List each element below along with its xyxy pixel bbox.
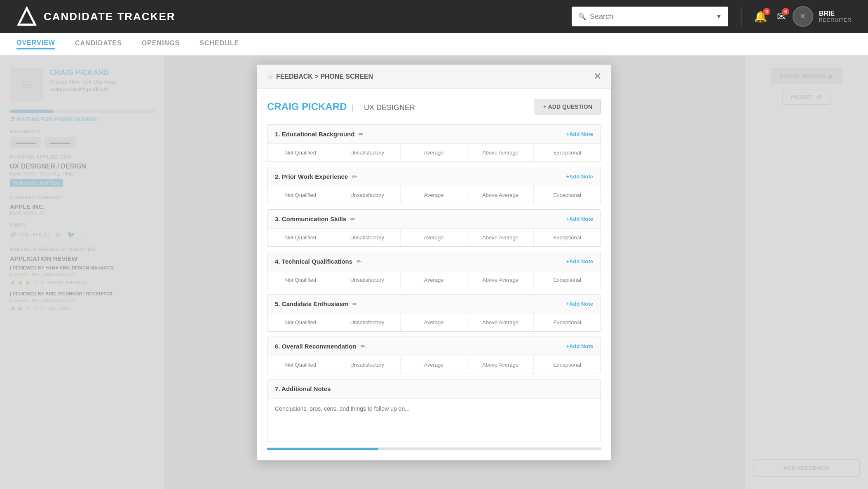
- modal-tab-1[interactable]: [267, 448, 378, 450]
- modal-tab-3[interactable]: [490, 448, 601, 450]
- notes-textarea[interactable]: [267, 399, 601, 440]
- feedback-modal: ☆ FEEDBACK > PHONE SCREEN ✕ CRAIG PICKAR…: [257, 64, 611, 461]
- rating-unsatisfactory-5[interactable]: Unsatisfactory: [334, 314, 401, 331]
- rating-unsatisfactory-3[interactable]: Unsatisfactory: [334, 229, 401, 246]
- rating-average-4[interactable]: Average: [401, 271, 467, 289]
- add-note-5[interactable]: +Add Note: [566, 301, 593, 307]
- question-title-3: 3. Communication Skills ✏: [275, 215, 355, 222]
- header-icons: 🔔 3 ✉ 6: [754, 10, 786, 23]
- notifications-button[interactable]: 🔔 3: [754, 10, 767, 23]
- logo-area: CANDIDATE TRACKER: [16, 6, 176, 27]
- rating-above-average-5[interactable]: Above Average: [467, 314, 534, 331]
- modal-candidate-info: CRAIG PICKARD | UX DESIGNER: [267, 101, 415, 112]
- rating-row-2: Not Qualified Unsatisfactory Average Abo…: [267, 186, 601, 204]
- question-header-3: 3. Communication Skills ✏ +Add Note: [267, 210, 601, 229]
- main-content: ✉ CRAIG PICKARD Greater New York City Ar…: [0, 56, 868, 489]
- edit-icon-6[interactable]: ✏: [361, 343, 366, 350]
- rating-average-3[interactable]: Average: [401, 229, 467, 246]
- question-label-1: 1. Educational Background: [275, 131, 354, 138]
- rating-exceptional-5[interactable]: Exceptional: [534, 314, 601, 331]
- rating-unsatisfactory-6[interactable]: Unsatisfactory: [334, 356, 401, 374]
- modal-candidate-title: UX DESIGNER: [364, 103, 415, 112]
- search-icon: 🔍: [578, 13, 586, 21]
- messages-button[interactable]: ✉ 6: [777, 10, 786, 23]
- user-area[interactable]: ✕ BRIE RECRUITER: [793, 6, 852, 27]
- rating-above-average-2[interactable]: Above Average: [467, 186, 534, 204]
- rating-exceptional-3[interactable]: Exceptional: [534, 229, 601, 246]
- add-note-2[interactable]: +Add Note: [566, 173, 593, 180]
- rating-row-1: Not Qualified Unsatisfactory Average Abo…: [267, 144, 601, 161]
- rating-average-2[interactable]: Average: [401, 186, 467, 204]
- nav-item-schedule[interactable]: SCHEDULE: [199, 40, 239, 49]
- edit-icon-2[interactable]: ✏: [352, 173, 357, 180]
- user-info: BRIE RECRUITER: [819, 10, 852, 23]
- edit-icon-1[interactable]: ✏: [359, 131, 364, 138]
- rating-not-qualified-3[interactable]: Not Qualified: [267, 229, 334, 246]
- rating-average-5[interactable]: Average: [401, 314, 467, 331]
- rating-above-average-1[interactable]: Above Average: [467, 144, 534, 161]
- modal-candidate-row: CRAIG PICKARD | UX DESIGNER + ADD QUESTI…: [267, 99, 601, 115]
- nav-item-candidates[interactable]: CANDIDATES: [75, 40, 122, 49]
- search-box[interactable]: 🔍 ▼: [572, 7, 728, 26]
- additional-notes-section: 7. Additional Notes: [267, 379, 601, 442]
- close-icon[interactable]: ✕: [594, 71, 601, 82]
- question-header-6: 6. Overall Recommendation ✏ +Add Note: [267, 337, 601, 356]
- star-icon: ☆: [267, 73, 273, 81]
- edit-icon-3[interactable]: ✏: [350, 216, 355, 222]
- rating-not-qualified-6[interactable]: Not Qualified: [267, 356, 334, 374]
- header: CANDIDATE TRACKER 🔍 ▼ 🔔 3 ✉ 6 ✕ BRIE REC…: [0, 0, 868, 33]
- rating-above-average-6[interactable]: Above Average: [467, 356, 534, 374]
- rating-unsatisfactory-2[interactable]: Unsatisfactory: [334, 186, 401, 204]
- add-note-6[interactable]: +Add Note: [566, 343, 593, 349]
- question-header-4: 4. Technical Qualifications ✏ +Add Note: [267, 252, 601, 271]
- question-section-6: 6. Overall Recommendation ✏ +Add Note No…: [267, 337, 601, 374]
- rating-not-qualified-2[interactable]: Not Qualified: [267, 186, 334, 204]
- add-note-1[interactable]: +Add Note: [566, 131, 593, 137]
- header-divider: [741, 7, 741, 26]
- edit-icon-4[interactable]: ✏: [357, 258, 361, 265]
- question-title-4: 4. Technical Qualifications ✏: [275, 258, 361, 265]
- rating-average-6[interactable]: Average: [401, 356, 467, 374]
- rating-exceptional-2[interactable]: Exceptional: [534, 186, 601, 204]
- rating-above-average-3[interactable]: Above Average: [467, 229, 534, 246]
- add-note-3[interactable]: +Add Note: [566, 216, 593, 222]
- rating-exceptional-6[interactable]: Exceptional: [534, 356, 601, 374]
- question-title-1: 1. Educational Background ✏: [275, 131, 364, 138]
- question-header-5: 5. Candidate Enthusiasm ✏ +Add Note: [267, 295, 601, 314]
- logo-icon: [16, 6, 37, 27]
- question-label-5: 5. Candidate Enthusiasm: [275, 300, 348, 307]
- rating-exceptional-1[interactable]: Exceptional: [534, 144, 601, 161]
- svg-marker-0: [19, 8, 35, 25]
- question-header-2: 2. Prior Work Experience ✏ +Add Note: [267, 167, 601, 186]
- search-input[interactable]: [590, 12, 713, 21]
- add-note-4[interactable]: +Add Note: [566, 258, 593, 264]
- rating-row-4: Not Qualified Unsatisfactory Average Abo…: [267, 271, 601, 289]
- question-label-6: 6. Overall Recommendation: [275, 343, 357, 350]
- rating-average-1[interactable]: Average: [401, 144, 467, 161]
- rating-row-6: Not Qualified Unsatisfactory Average Abo…: [267, 356, 601, 374]
- nav-item-openings[interactable]: OPENINGS: [142, 40, 180, 49]
- rating-row-3: Not Qualified Unsatisfactory Average Abo…: [267, 229, 601, 246]
- rating-not-qualified-4[interactable]: Not Qualified: [267, 271, 334, 289]
- rating-not-qualified-5[interactable]: Not Qualified: [267, 314, 334, 331]
- search-dropdown-arrow[interactable]: ▼: [716, 13, 722, 20]
- question-label-4: 4. Technical Qualifications: [275, 258, 352, 265]
- rating-unsatisfactory-1[interactable]: Unsatisfactory: [334, 144, 401, 161]
- modal-title: ☆ FEEDBACK > PHONE SCREEN: [267, 73, 373, 81]
- user-name: BRIE: [819, 10, 852, 17]
- nav-item-overview[interactable]: OVERVIEW: [16, 39, 55, 49]
- modal-tab-2[interactable]: [378, 448, 490, 450]
- edit-icon-5[interactable]: ✏: [352, 301, 357, 307]
- modal-body: CRAIG PICKARD | UX DESIGNER + ADD QUESTI…: [257, 89, 611, 460]
- question-label-3: 3. Communication Skills: [275, 215, 346, 222]
- question-section-4: 4. Technical Qualifications ✏ +Add Note …: [267, 252, 601, 289]
- add-question-button[interactable]: + ADD QUESTION: [535, 99, 601, 115]
- question-header-1: 1. Educational Background ✏ +Add Note: [267, 125, 601, 144]
- rating-not-qualified-1[interactable]: Not Qualified: [267, 144, 334, 161]
- question-section-5: 5. Candidate Enthusiasm ✏ +Add Note Not …: [267, 294, 601, 332]
- rating-exceptional-4[interactable]: Exceptional: [534, 271, 601, 289]
- rating-above-average-4[interactable]: Above Average: [467, 271, 534, 289]
- question-section-3: 3. Communication Skills ✏ +Add Note Not …: [267, 209, 601, 247]
- rating-unsatisfactory-4[interactable]: Unsatisfactory: [334, 271, 401, 289]
- nav-bar: OVERVIEW CANDIDATES OPENINGS SCHEDULE: [0, 33, 868, 56]
